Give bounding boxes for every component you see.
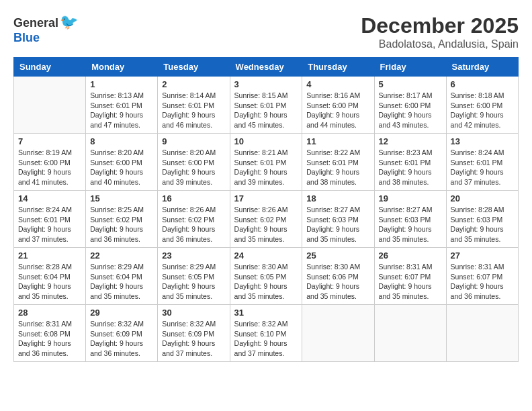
day-info: Sunrise: 8:32 AM Sunset: 6:10 PM Dayligh… (234, 319, 298, 359)
logo-blue: Blue (13, 31, 40, 44)
day-info: Sunrise: 8:16 AM Sunset: 6:00 PM Dayligh… (306, 91, 369, 130)
day-number: 18 (306, 193, 369, 203)
day-info: Sunrise: 8:20 AM Sunset: 6:00 PM Dayligh… (90, 148, 153, 187)
day-number: 17 (234, 193, 298, 203)
day-info: Sunrise: 8:28 AM Sunset: 6:03 PM Dayligh… (451, 205, 514, 244)
logo-bird-icon: 🐦 (60, 13, 78, 30)
calendar-cell: 15Sunrise: 8:25 AM Sunset: 6:02 PM Dayli… (86, 191, 158, 248)
calendar-cell (446, 305, 518, 362)
calendar-cell: 16Sunrise: 8:26 AM Sunset: 6:02 PM Dayli… (158, 191, 230, 248)
calendar-cell: 10Sunrise: 8:21 AM Sunset: 6:01 PM Dayli… (230, 134, 302, 191)
day-info: Sunrise: 8:29 AM Sunset: 6:05 PM Dayligh… (162, 262, 225, 302)
calendar-cell: 8Sunrise: 8:20 AM Sunset: 6:00 PM Daylig… (86, 134, 158, 191)
day-number: 1 (90, 79, 153, 89)
day-info: Sunrise: 8:31 AM Sunset: 6:08 PM Dayligh… (18, 319, 81, 359)
logo: General🐦 Blue (13, 13, 78, 45)
day-number: 25 (306, 250, 369, 261)
calendar-cell: 4Sunrise: 8:16 AM Sunset: 6:00 PM Daylig… (302, 77, 374, 134)
calendar-cell: 9Sunrise: 8:20 AM Sunset: 6:00 PM Daylig… (158, 134, 230, 191)
calendar-cell: 17Sunrise: 8:26 AM Sunset: 6:02 PM Dayli… (230, 191, 302, 248)
weekday-header-row: SundayMondayTuesdayWednesdayThursdayFrid… (14, 58, 519, 77)
calendar-cell: 26Sunrise: 8:31 AM Sunset: 6:07 PM Dayli… (374, 248, 446, 305)
day-info: Sunrise: 8:22 AM Sunset: 6:01 PM Dayligh… (306, 148, 369, 187)
day-info: Sunrise: 8:30 AM Sunset: 6:05 PM Dayligh… (234, 262, 298, 302)
calendar-cell: 31Sunrise: 8:32 AM Sunset: 6:10 PM Dayli… (230, 305, 302, 362)
day-info: Sunrise: 8:18 AM Sunset: 6:00 PM Dayligh… (451, 91, 514, 130)
calendar-cell (14, 77, 86, 134)
calendar-cell: 6Sunrise: 8:18 AM Sunset: 6:00 PM Daylig… (446, 77, 518, 134)
calendar-cell: 2Sunrise: 8:14 AM Sunset: 6:01 PM Daylig… (158, 77, 230, 134)
day-number: 11 (306, 136, 369, 146)
calendar-cell: 11Sunrise: 8:22 AM Sunset: 6:01 PM Dayli… (302, 134, 374, 191)
calendar-cell: 23Sunrise: 8:29 AM Sunset: 6:05 PM Dayli… (158, 248, 230, 305)
weekday-header-saturday: Saturday (446, 58, 518, 77)
day-info: Sunrise: 8:14 AM Sunset: 6:01 PM Dayligh… (162, 91, 225, 130)
calendar-cell: 29Sunrise: 8:32 AM Sunset: 6:09 PM Dayli… (86, 305, 158, 362)
day-number: 14 (18, 193, 81, 203)
day-info: Sunrise: 8:31 AM Sunset: 6:07 PM Dayligh… (451, 262, 514, 302)
day-info: Sunrise: 8:25 AM Sunset: 6:02 PM Dayligh… (90, 205, 153, 244)
day-info: Sunrise: 8:26 AM Sunset: 6:02 PM Dayligh… (162, 205, 225, 244)
day-number: 28 (18, 308, 81, 318)
calendar-cell: 3Sunrise: 8:15 AM Sunset: 6:01 PM Daylig… (230, 77, 302, 134)
calendar-cell: 13Sunrise: 8:24 AM Sunset: 6:01 PM Dayli… (446, 134, 518, 191)
weekday-header-wednesday: Wednesday (230, 58, 302, 77)
calendar-cell: 18Sunrise: 8:27 AM Sunset: 6:03 PM Dayli… (302, 191, 374, 248)
calendar-cell (374, 305, 446, 362)
calendar-cell: 25Sunrise: 8:30 AM Sunset: 6:06 PM Dayli… (302, 248, 374, 305)
day-info: Sunrise: 8:32 AM Sunset: 6:09 PM Dayligh… (90, 319, 153, 359)
day-info: Sunrise: 8:27 AM Sunset: 6:03 PM Dayligh… (306, 205, 369, 244)
calendar-cell: 28Sunrise: 8:31 AM Sunset: 6:08 PM Dayli… (14, 305, 86, 362)
week-row-1: 1Sunrise: 8:13 AM Sunset: 6:01 PM Daylig… (14, 77, 519, 134)
title-area: December 2025 Badolatosa, Andalusia, Spa… (361, 13, 519, 50)
day-info: Sunrise: 8:23 AM Sunset: 6:01 PM Dayligh… (379, 148, 442, 187)
day-number: 24 (234, 250, 298, 261)
day-info: Sunrise: 8:24 AM Sunset: 6:01 PM Dayligh… (451, 148, 514, 187)
day-number: 10 (234, 136, 298, 146)
day-info: Sunrise: 8:24 AM Sunset: 6:01 PM Dayligh… (18, 205, 81, 244)
weekday-header-monday: Monday (86, 58, 158, 77)
day-info: Sunrise: 8:15 AM Sunset: 6:01 PM Dayligh… (234, 91, 298, 130)
day-info: Sunrise: 8:30 AM Sunset: 6:06 PM Dayligh… (306, 262, 369, 302)
day-number: 16 (162, 193, 225, 203)
calendar-cell (302, 305, 374, 362)
calendar-cell: 12Sunrise: 8:23 AM Sunset: 6:01 PM Dayli… (374, 134, 446, 191)
day-info: Sunrise: 8:21 AM Sunset: 6:01 PM Dayligh… (234, 148, 298, 187)
day-number: 30 (162, 308, 225, 318)
weekday-header-tuesday: Tuesday (158, 58, 230, 77)
calendar-cell: 27Sunrise: 8:31 AM Sunset: 6:07 PM Dayli… (446, 248, 518, 305)
calendar-cell: 20Sunrise: 8:28 AM Sunset: 6:03 PM Dayli… (446, 191, 518, 248)
week-row-3: 14Sunrise: 8:24 AM Sunset: 6:01 PM Dayli… (14, 191, 519, 248)
day-number: 19 (379, 193, 442, 203)
day-number: 26 (379, 250, 442, 261)
day-number: 20 (451, 193, 514, 203)
day-number: 9 (162, 136, 225, 146)
calendar-cell: 7Sunrise: 8:19 AM Sunset: 6:00 PM Daylig… (14, 134, 86, 191)
calendar-cell: 21Sunrise: 8:28 AM Sunset: 6:04 PM Dayli… (14, 248, 86, 305)
weekday-header-thursday: Thursday (302, 58, 374, 77)
weekday-header-friday: Friday (374, 58, 446, 77)
calendar-table: SundayMondayTuesdayWednesdayThursdayFrid… (13, 57, 519, 362)
day-number: 21 (18, 250, 81, 261)
calendar-cell: 19Sunrise: 8:27 AM Sunset: 6:03 PM Dayli… (374, 191, 446, 248)
week-row-5: 28Sunrise: 8:31 AM Sunset: 6:08 PM Dayli… (14, 305, 519, 362)
calendar-cell: 5Sunrise: 8:17 AM Sunset: 6:00 PM Daylig… (374, 77, 446, 134)
page-header: General🐦 Blue December 2025 Badolatosa, … (13, 13, 519, 50)
calendar-cell: 30Sunrise: 8:32 AM Sunset: 6:09 PM Dayli… (158, 305, 230, 362)
day-number: 12 (379, 136, 442, 146)
day-number: 27 (451, 250, 514, 261)
day-info: Sunrise: 8:17 AM Sunset: 6:00 PM Dayligh… (379, 91, 442, 130)
calendar-cell: 14Sunrise: 8:24 AM Sunset: 6:01 PM Dayli… (14, 191, 86, 248)
day-number: 4 (306, 79, 369, 89)
day-number: 6 (451, 79, 514, 89)
day-info: Sunrise: 8:29 AM Sunset: 6:04 PM Dayligh… (90, 262, 153, 302)
calendar-cell: 22Sunrise: 8:29 AM Sunset: 6:04 PM Dayli… (86, 248, 158, 305)
weekday-header-sunday: Sunday (14, 58, 86, 77)
day-number: 23 (162, 250, 225, 261)
day-info: Sunrise: 8:13 AM Sunset: 6:01 PM Dayligh… (90, 91, 153, 130)
day-number: 3 (234, 79, 298, 89)
logo-general: General (13, 16, 58, 30)
week-row-4: 21Sunrise: 8:28 AM Sunset: 6:04 PM Dayli… (14, 248, 519, 305)
week-row-2: 7Sunrise: 8:19 AM Sunset: 6:00 PM Daylig… (14, 134, 519, 191)
month-title: December 2025 (361, 13, 519, 38)
